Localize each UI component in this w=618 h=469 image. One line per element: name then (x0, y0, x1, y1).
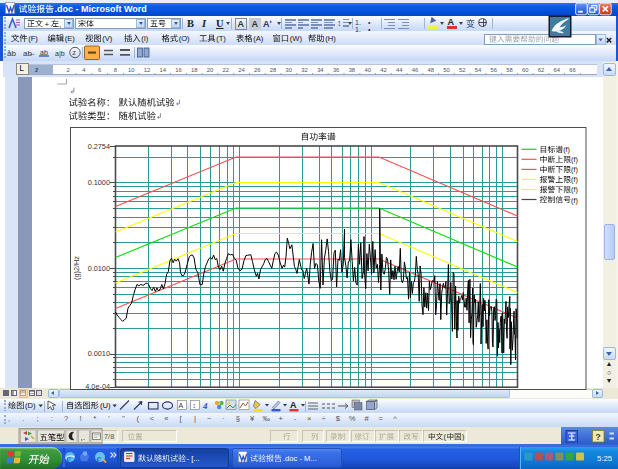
svg-text:(D): (D) (25, 401, 36, 410)
svg-text:- [...: - [... (187, 454, 200, 463)
svg-text:(f): (f) (563, 145, 570, 154)
svg-text:(I): (I) (141, 34, 149, 43)
svg-text:0.0010: 0.0010 (88, 349, 110, 358)
svg-text:a|b: a|b (55, 50, 65, 58)
svg-text:=: = (379, 414, 384, 423)
svg-text:64: 64 (554, 67, 561, 73)
svg-text:<: < (150, 414, 155, 423)
svg-text:[: [ (180, 414, 183, 423)
svg-text:48: 48 (427, 67, 433, 73)
svg-text:%: % (349, 414, 356, 423)
svg-text:,.: ,. (81, 433, 85, 442)
svg-text:46: 46 (412, 67, 418, 73)
svg-text:e: e (67, 453, 71, 463)
svg-text:30: 30 (286, 67, 292, 73)
svg-text:?: ? (595, 432, 601, 442)
svg-text:0.1000: 0.1000 (88, 178, 110, 187)
svg-text:24: 24 (238, 67, 245, 73)
svg-text:60: 60 (522, 67, 528, 73)
svg-text:(O): (O) (179, 34, 190, 43)
svg-text:58: 58 (506, 67, 512, 73)
svg-text:8: 8 (114, 67, 117, 73)
svg-text:52: 52 (459, 67, 465, 73)
svg-text:«: « (164, 414, 168, 423)
svg-text:åb: åb (7, 49, 16, 58)
svg-text:÷: ÷ (322, 414, 326, 423)
svg-text:5:25: 5:25 (597, 454, 613, 463)
svg-text:2: 2 (67, 67, 70, 73)
svg-text:66: 66 (569, 67, 575, 73)
svg-text:(g)2/Hz: (g)2/Hz (72, 256, 81, 280)
svg-text:‰: ‰ (263, 414, 271, 423)
svg-text:10: 10 (128, 67, 134, 73)
svg-text:,: , (59, 20, 61, 29)
svg-text:~: ~ (207, 414, 212, 423)
svg-text:,: , (8, 414, 10, 423)
svg-text:(f): (f) (571, 175, 578, 184)
svg-text:(: ( (136, 414, 139, 423)
svg-text:32: 32 (301, 67, 307, 73)
svg-text:ab: ab (40, 49, 48, 56)
svg-text:12: 12 (144, 67, 150, 73)
svg-text:): ) (462, 432, 464, 441)
svg-text:·: · (222, 414, 225, 423)
svg-text:6: 6 (98, 67, 101, 73)
svg-text:(f): (f) (571, 165, 578, 174)
svg-text:$: $ (336, 414, 341, 423)
svg-text:62: 62 (538, 67, 544, 73)
svg-text:!: ! (79, 414, 81, 423)
svg-text:×: × (307, 414, 311, 423)
svg-text:(T): (T) (216, 34, 226, 43)
svg-text:-: - (294, 414, 297, 423)
svg-text:+: + (278, 414, 283, 423)
svg-text:': ' (108, 414, 110, 423)
svg-text:(: ( (444, 432, 447, 441)
svg-text:(f): (f) (571, 185, 578, 194)
svg-text:(f): (f) (571, 196, 578, 205)
svg-text:z: z (72, 48, 76, 57)
svg-text:54: 54 (475, 67, 482, 73)
svg-text:56: 56 (490, 67, 496, 73)
svg-text:.doc - Microsoft Word: .doc - Microsoft Word (55, 4, 147, 14)
svg-text:^: ^ (393, 414, 397, 423)
svg-text:28: 28 (270, 67, 276, 73)
svg-text:7/8: 7/8 (104, 432, 114, 441)
svg-text:;: ; (37, 414, 39, 423)
svg-text:20: 20 (207, 67, 213, 73)
svg-text:4.0e-04: 4.0e-04 (85, 382, 110, 391)
svg-text:(f): (f) (571, 155, 578, 164)
svg-text:34: 34 (317, 67, 324, 73)
svg-text:16: 16 (175, 67, 181, 73)
svg-text:(W): (W) (290, 34, 303, 43)
svg-text:#: # (364, 414, 369, 423)
svg-text:ab̶: ab̶ (23, 49, 35, 58)
svg-text::: : (51, 414, 53, 423)
svg-text:(U): (U) (100, 401, 111, 410)
svg-text:*: * (93, 414, 96, 423)
svg-text:": " (122, 414, 125, 423)
svg-text:e: e (97, 453, 101, 463)
svg-text:(V): (V) (102, 34, 113, 43)
svg-text:+: + (45, 20, 50, 29)
svg-text:14: 14 (160, 67, 167, 73)
svg-text:¥: ¥ (250, 414, 255, 423)
svg-text:A: A (290, 400, 297, 410)
svg-text:4: 4 (82, 67, 86, 73)
svg-text:§: § (236, 414, 240, 423)
svg-text:4: 4 (202, 401, 208, 411)
svg-text:(A): (A) (253, 34, 264, 43)
svg-text:↕: ↕ (193, 402, 197, 409)
svg-text:36: 36 (333, 67, 339, 73)
svg-text:.: . (22, 414, 24, 423)
svg-text:44: 44 (396, 67, 403, 73)
svg-text:|: | (194, 414, 196, 423)
svg-text:0.2754: 0.2754 (88, 142, 110, 151)
svg-text:50: 50 (443, 67, 449, 73)
svg-text:.doc - M...: .doc - M... (283, 454, 317, 463)
svg-text:40: 40 (364, 67, 370, 73)
svg-text:22: 22 (223, 67, 229, 73)
svg-text:?: ? (64, 414, 68, 423)
svg-text:(F): (F) (28, 34, 38, 43)
svg-text:18: 18 (191, 67, 197, 73)
svg-text:38: 38 (349, 67, 355, 73)
